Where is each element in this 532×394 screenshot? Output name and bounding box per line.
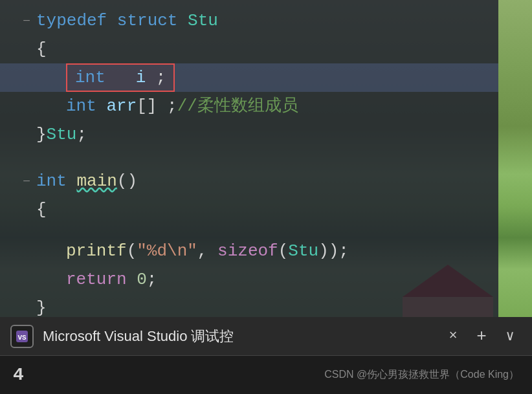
code-line-1: — typedef struct Stu: [0, 6, 498, 35]
num-zero: 0: [137, 268, 147, 291]
type-stu-sizeof: Stu: [288, 239, 318, 263]
code-content-8: {: [34, 198, 498, 221]
svg-text:VS: VS: [17, 334, 27, 342]
code-line-11: return 0 ;: [0, 265, 498, 294]
keyword-sizeof: sizeof: [217, 239, 278, 263]
code-line-6: [0, 149, 498, 167]
func-main: main: [76, 170, 116, 193]
code-line-3: int i ;: [0, 63, 498, 92]
brace-open-struct: {: [36, 38, 47, 61]
credit-text: CSDN @伤心男孩拯救世界（Code King）: [324, 368, 519, 382]
type-stu-end: Stu: [47, 123, 77, 146]
code-content-3: int i ;: [34, 63, 498, 92]
brace-open-main: {: [36, 198, 47, 221]
func-printf: printf: [66, 239, 127, 263]
paren-open-2: (: [278, 239, 289, 263]
keyword-int-main: int: [36, 170, 67, 193]
code-content-5: } Stu ;: [34, 123, 498, 146]
code-content-2: {: [34, 38, 498, 61]
space-3: [115, 68, 126, 87]
semi-1: ;: [156, 68, 166, 87]
type-stu: Stu: [188, 9, 218, 32]
var-arr: arr: [106, 94, 137, 118]
code-content-11: return 0 ;: [34, 268, 498, 291]
vs-icon: VS: [15, 329, 29, 344]
code-content-10: printf ( "%d\n" , sizeof ( Stu ));: [34, 239, 498, 263]
app-icon: VS: [10, 325, 34, 348]
taskbar: VS Microsoft Visual Studio 调试控 × + ∨ 4 C…: [0, 317, 532, 394]
keyword-struct: struct: [117, 9, 178, 32]
semi-2: ;: [76, 123, 87, 146]
space-4: [96, 94, 107, 118]
space-7: [127, 268, 137, 291]
space-5: [67, 170, 77, 193]
code-content-7: int main (): [34, 170, 498, 193]
taskbar-close-button[interactable]: ×: [441, 325, 465, 348]
code-line-9: [0, 224, 498, 237]
output-number: 4: [13, 365, 24, 385]
taskbar-plus-button[interactable]: +: [470, 325, 493, 348]
taskbar-bottom-row: 4 CSDN @伤心男孩拯救世界（Code King）: [0, 356, 532, 394]
brace-close-main: }: [36, 296, 47, 320]
code-line-7: — int main (): [0, 167, 498, 195]
app-title-label: Microsoft Visual Studio 调试控: [43, 327, 441, 346]
code-content-1: typedef struct Stu: [34, 9, 498, 32]
comment-flexible-array: //柔性数组成员: [177, 94, 298, 118]
code-editor-panel: — typedef struct Stu { int i ;: [0, 0, 498, 317]
keyword-int-1: int: [75, 68, 105, 87]
collapse-icon-1[interactable]: —: [19, 14, 34, 28]
taskbar-chevron-button[interactable]: ∨: [498, 325, 522, 348]
space-6: [207, 239, 217, 263]
brackets: []: [137, 94, 157, 118]
semi-3: ;: [147, 268, 157, 291]
var-i: i: [136, 68, 146, 87]
brace-close-struct: }: [36, 123, 47, 146]
code-line-10: printf ( "%d\n" , sizeof ( Stu ));: [0, 237, 498, 265]
code-content-12: }: [34, 296, 498, 320]
keyword-int-2: int: [66, 94, 96, 118]
space-1: [107, 9, 117, 32]
close-parens: ));: [318, 239, 349, 263]
collapse-icon-7[interactable]: —: [19, 174, 34, 188]
highlight-int-i: int i ;: [66, 63, 175, 92]
parens-main: (): [117, 170, 137, 193]
code-line-4: int arr [] ; //柔性数组成员: [0, 92, 498, 120]
comma-1: ,: [197, 239, 208, 263]
paren-open-1: (: [127, 239, 137, 263]
code-line-5: } Stu ;: [0, 120, 498, 149]
space-semi: ;: [157, 94, 177, 118]
space-2: [177, 9, 188, 32]
keyword-return: return: [66, 268, 127, 291]
code-content-4: int arr [] ; //柔性数组成员: [34, 94, 498, 118]
code-line-2: {: [0, 35, 498, 63]
taskbar-app-row: VS Microsoft Visual Studio 调试控 × + ∨: [0, 317, 532, 356]
keyword-typedef: typedef: [36, 9, 107, 32]
string-format: "%d\n": [137, 239, 197, 263]
code-line-8: {: [0, 195, 498, 224]
